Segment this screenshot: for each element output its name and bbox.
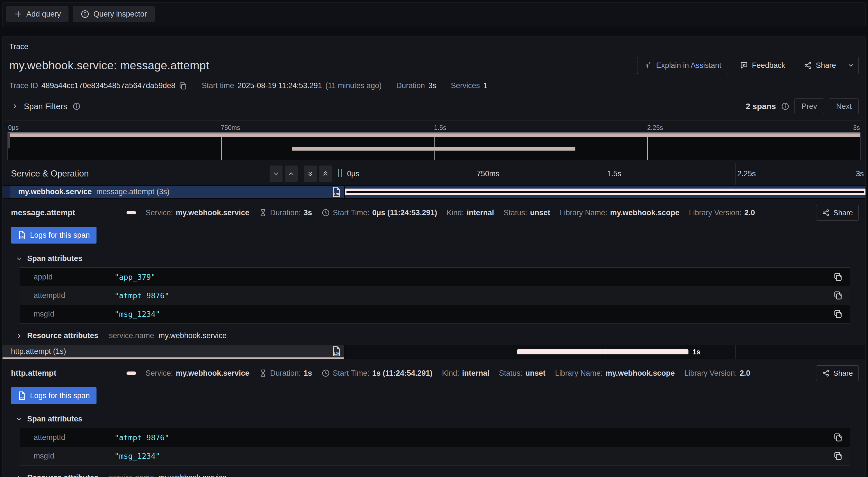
explain-in-assistant-button[interactable]: Explain in Assistant xyxy=(637,57,728,74)
panel-title: Trace xyxy=(2,37,866,53)
minimap-tick: 750ms xyxy=(221,124,240,131)
svg-text:LOG: LOG xyxy=(334,352,340,355)
expand-one-button[interactable] xyxy=(285,166,298,182)
attribute-key: msgId xyxy=(34,310,115,319)
span-filters-toggle[interactable]: Span Filters xyxy=(11,102,81,111)
library-name-value: my.webhook.scope xyxy=(606,369,675,378)
span-attributes-table: attemptId "atmpt_9876" msgId "msg_1234" xyxy=(20,428,850,466)
span-detail-name: message.attempt xyxy=(11,208,126,217)
feedback-icon xyxy=(740,61,748,69)
trace-heading: my.webhook.service: message.attempt xyxy=(9,59,209,72)
kind-label: Kind: xyxy=(446,208,464,217)
span-filters-title: Span Filters xyxy=(24,102,67,111)
timeline-gridline xyxy=(605,163,605,185)
critical-path-overlay xyxy=(346,191,864,193)
status-value: unset xyxy=(530,208,550,217)
attribute-row: attemptId "atmpt_9876" xyxy=(20,428,850,447)
add-query-button[interactable]: Add query xyxy=(6,6,68,22)
span-bar-http-attempt[interactable] xyxy=(517,349,688,354)
kind-label: Kind: xyxy=(442,369,459,378)
duration-value: 3s xyxy=(304,208,312,217)
info-circle-icon[interactable] xyxy=(72,102,81,111)
attribute-value: "msg_1234" xyxy=(115,310,160,319)
svg-text:LOG: LOG xyxy=(20,396,25,399)
library-name-label: Library Name: xyxy=(555,369,603,378)
trace-id-value[interactable]: 489a44cc170e83454857a5647da59de8 xyxy=(41,81,175,90)
span-attributes-toggle[interactable]: Span attributes xyxy=(16,254,859,263)
span-attributes-title: Span attributes xyxy=(27,254,83,263)
service-operation-header: Service & Operation xyxy=(11,169,89,179)
chevron-right-icon xyxy=(11,102,19,110)
timeline-tick: 0μs xyxy=(347,170,360,178)
copy-icon[interactable] xyxy=(833,291,843,300)
share-menu-caret[interactable] xyxy=(843,57,859,74)
resource-value: my.webhook.service xyxy=(158,473,227,477)
duration-value: 3s xyxy=(428,81,436,90)
copy-icon[interactable] xyxy=(833,433,843,442)
log-icon[interactable]: LOG xyxy=(331,186,341,198)
sparkle-icon xyxy=(644,61,653,69)
span-share-label: Share xyxy=(834,369,853,378)
query-toolbar: Add query Query inspector xyxy=(2,2,866,26)
span-timeline-cell: 1s xyxy=(344,345,866,359)
feedback-button[interactable]: Feedback xyxy=(733,57,792,74)
start-time-label: Start Time: xyxy=(333,369,370,378)
column-resize-handle[interactable]: || xyxy=(337,168,344,180)
library-version-label: Library Version: xyxy=(689,208,742,217)
expand-all-button[interactable] xyxy=(319,166,332,182)
span-attributes-toggle[interactable]: Span attributes xyxy=(16,415,859,423)
resource-key: service.name xyxy=(109,331,154,340)
attribute-value: "atmpt_9876" xyxy=(115,433,169,442)
chevron-down-icon xyxy=(16,416,23,423)
copy-icon[interactable] xyxy=(833,451,843,461)
span-share-button[interactable]: Share xyxy=(816,205,859,220)
span-bar-message-attempt[interactable] xyxy=(345,188,866,195)
span-row-http-attempt[interactable]: http.attempt (1s) LOG 1s xyxy=(2,345,866,359)
logs-for-span-label: Logs for this span xyxy=(30,391,90,400)
prev-span-button[interactable]: Prev xyxy=(795,98,824,114)
share-button[interactable]: Share xyxy=(797,57,843,74)
span-share-button[interactable]: Share xyxy=(816,365,859,381)
attribute-key: attemptId xyxy=(34,433,115,442)
attribute-key: msgId xyxy=(34,452,115,460)
collapse-all-button[interactable] xyxy=(304,166,317,182)
timeline-tick: 1.5s xyxy=(607,170,621,178)
resource-attributes-title: Resource attributes xyxy=(27,331,98,340)
logs-for-span-button[interactable]: LOG Logs for this span xyxy=(11,387,96,404)
timeline-gridline xyxy=(735,163,736,185)
service-color-swatch xyxy=(126,371,136,375)
start-time-label: Start Time: xyxy=(333,208,370,217)
span-share-label: Share xyxy=(834,208,853,217)
collapse-one-button[interactable] xyxy=(270,166,282,182)
start-time-ago: (11 minutes ago) xyxy=(326,81,382,90)
minimap-viewport-handle[interactable] xyxy=(8,133,10,148)
info-circle-icon[interactable] xyxy=(781,102,789,111)
share-icon xyxy=(822,209,830,217)
next-span-button[interactable]: Next xyxy=(829,98,859,114)
trace-panel: Trace my.webhook.service: message.attemp… xyxy=(2,36,866,477)
kind-value: internal xyxy=(467,208,494,217)
spans-count: 2 spans xyxy=(746,102,776,111)
copy-icon[interactable] xyxy=(179,82,187,90)
timeline-tick: 3s xyxy=(856,170,864,178)
query-inspector-button[interactable]: Query inspector xyxy=(73,6,155,22)
chevron-down-icon xyxy=(272,170,280,177)
timeline-gridline xyxy=(735,345,736,359)
services-value: 1 xyxy=(484,81,488,90)
logs-for-span-button[interactable]: LOG Logs for this span xyxy=(11,227,96,243)
duration-label: Duration: xyxy=(270,369,301,378)
copy-icon[interactable] xyxy=(833,309,843,319)
copy-icon[interactable] xyxy=(833,272,843,282)
minimap-canvas[interactable] xyxy=(7,132,861,160)
add-query-label: Add query xyxy=(26,10,61,19)
log-icon[interactable]: LOG xyxy=(331,346,341,357)
resource-attributes-toggle[interactable]: Resource attributes service.name my.webh… xyxy=(16,331,859,340)
library-version-value: 2.0 xyxy=(740,369,750,378)
clock-icon xyxy=(321,369,330,378)
span-row-message-attempt[interactable]: my.webhook.service message.attempt (3s) … xyxy=(2,186,866,199)
share-icon xyxy=(804,61,812,69)
share-icon xyxy=(822,369,830,377)
resource-attributes-toggle[interactable]: Resource attributes service.name my.webh… xyxy=(16,473,859,477)
plus-icon xyxy=(14,10,23,18)
status-label: Status: xyxy=(499,369,523,378)
